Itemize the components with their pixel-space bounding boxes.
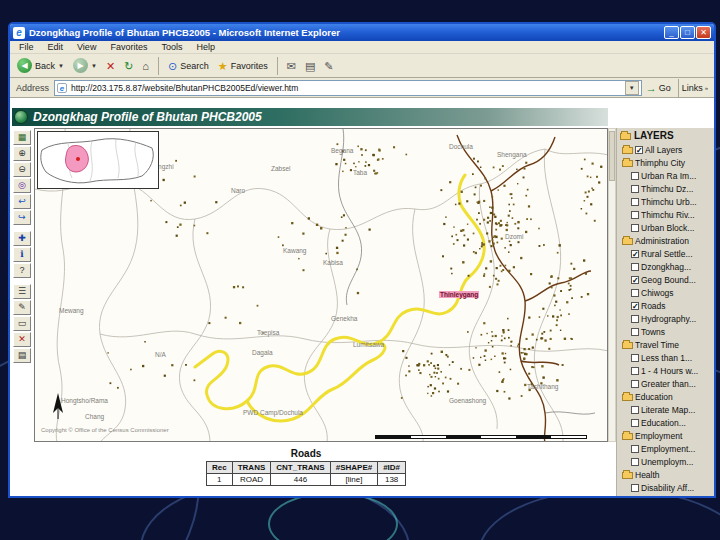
menu-file[interactable]: File xyxy=(12,42,41,52)
mail-button[interactable]: ✉ xyxy=(284,59,299,73)
edit-button[interactable]: ✎ xyxy=(321,59,336,73)
map-label-dochula: Dochula xyxy=(449,143,473,150)
home-button[interactable]: ⌂ xyxy=(139,59,152,73)
layer-checkbox-rural-settle[interactable]: ✓ xyxy=(631,250,639,258)
links-menu[interactable]: Links » xyxy=(682,83,708,93)
layer-item-unemploym[interactable]: Unemploym... xyxy=(620,455,714,468)
layer-checkbox-greater-than[interactable] xyxy=(631,380,639,388)
layer-folder-health[interactable]: Health xyxy=(620,468,714,481)
identify-button[interactable]: ℹ xyxy=(13,247,31,262)
layer-folder-administration[interactable]: Administration xyxy=(620,234,714,247)
layer-item-urban-block[interactable]: Urban Block... xyxy=(620,221,714,234)
legend-button[interactable]: ☰ xyxy=(13,284,31,299)
layer-folder-travel-time[interactable]: Travel Time xyxy=(620,338,714,351)
layer-checkbox-hydrography[interactable] xyxy=(631,315,639,323)
map-scrollbar[interactable] xyxy=(608,128,616,442)
layer-item-thimchu-riv[interactable]: Thimchu Riv... xyxy=(620,208,714,221)
layer-item-less-than-1[interactable]: Less than 1... xyxy=(620,351,714,364)
layer-label: Urban Ra Im... xyxy=(641,171,696,181)
go-button[interactable]: → Go xyxy=(646,82,671,94)
layer-checkbox-unemploym[interactable] xyxy=(631,458,639,466)
overview-map[interactable] xyxy=(37,131,159,189)
menu-tools[interactable]: Tools xyxy=(154,42,189,52)
pan-button[interactable]: ✚ xyxy=(13,231,31,246)
menu-edit[interactable]: Edit xyxy=(41,42,71,52)
layer-item-roads[interactable]: ✓Roads xyxy=(620,299,714,312)
layer-checkbox-urban-ra-im[interactable] xyxy=(631,172,639,180)
back-extent-button[interactable]: ↩ xyxy=(13,194,31,209)
zoom-in-button[interactable]: ⊕ xyxy=(13,146,31,161)
print-button[interactable]: ▤ xyxy=(13,348,31,363)
overview-map-button[interactable]: ▦ xyxy=(13,130,31,145)
minimize-button[interactable]: _ xyxy=(664,26,679,39)
layer-checkbox-geog-bound[interactable]: ✓ xyxy=(631,276,639,284)
back-button[interactable]: ◀ Back ▼ xyxy=(14,57,67,74)
zoom-out-button[interactable]: ⊖ xyxy=(13,162,31,177)
layers-header: LAYERS xyxy=(620,130,714,141)
address-input[interactable]: e http://203.175.8.87/website/BhutanPHCB… xyxy=(54,80,642,96)
address-dropdown-icon[interactable]: ▼ xyxy=(625,81,639,95)
table-row[interactable]: 1ROAD446[line]138 xyxy=(207,474,406,486)
layer-checkbox-disability-aff[interactable] xyxy=(631,484,639,492)
scale-bar xyxy=(375,435,587,439)
layer-checkbox-thimchu-urb[interactable] xyxy=(631,198,639,206)
layer-item-education[interactable]: Education... xyxy=(620,416,714,429)
layer-label: Less than 1... xyxy=(641,353,692,363)
favorites-button[interactable]: ★ Favorites xyxy=(215,59,271,73)
layer-checkbox-literate-map[interactable] xyxy=(631,406,639,414)
layer-label: Disability Aff... xyxy=(641,483,694,493)
layer-folder-education[interactable]: Education xyxy=(620,390,714,403)
layer-checkbox-less-than-1[interactable] xyxy=(631,354,639,362)
menu-view[interactable]: View xyxy=(70,42,103,52)
menu-help[interactable]: Help xyxy=(189,42,222,52)
layer-item-employment[interactable]: Employment... xyxy=(620,442,714,455)
maximize-button[interactable]: □ xyxy=(680,26,695,39)
layer-checkbox-urban-block[interactable] xyxy=(631,224,639,232)
layer-checkbox-towns[interactable] xyxy=(631,328,639,336)
search-button[interactable]: ⊙ Search xyxy=(165,59,212,73)
layer-folder-all-layers[interactable]: ✓All Layers xyxy=(620,143,714,156)
layer-checkbox-all-layers[interactable]: ✓ xyxy=(635,146,643,154)
layer-item-dzongkhag[interactable]: Dzongkhag... xyxy=(620,260,714,273)
layer-item-towns[interactable]: Towns xyxy=(620,325,714,338)
layer-item-geog-bound[interactable]: ✓Geog Bound... xyxy=(620,273,714,286)
select-box-button[interactable]: ▭ xyxy=(13,316,31,331)
layer-item-literate-map[interactable]: Literate Map... xyxy=(620,403,714,416)
layer-item-disability-aff[interactable]: Disability Aff... xyxy=(620,481,714,494)
forward-extent-button[interactable]: ↪ xyxy=(13,210,31,225)
query-button[interactable]: ? xyxy=(13,263,31,278)
layer-item-thimchu-urb[interactable]: Thimchu Urb... xyxy=(620,195,714,208)
layer-item-urban-ra-im[interactable]: Urban Ra Im... xyxy=(620,169,714,182)
layer-checkbox-dzongkhag[interactable] xyxy=(631,263,639,271)
layer-item-greater-than[interactable]: Greater than... xyxy=(620,377,714,390)
layer-item-1-4-hours-w[interactable]: 1 - 4 Hours w... xyxy=(620,364,714,377)
layer-item-thimchu-dz[interactable]: Thimchu Dz... xyxy=(620,182,714,195)
layer-folder-employment[interactable]: Employment xyxy=(620,429,714,442)
print-button[interactable]: ▤ xyxy=(302,59,318,73)
title-bar[interactable]: e Dzongkhag Profile of Bhutan PHCB2005 -… xyxy=(10,24,714,41)
refresh-button[interactable]: ↻ xyxy=(121,59,136,73)
layer-item-disability-af[interactable]: Disability Af... xyxy=(620,494,714,496)
forward-button[interactable]: ▶ ▼ xyxy=(70,57,100,74)
map-view[interactable]: LingzhiSoeNaroZabselBeganaTabaDochulaShe… xyxy=(34,128,608,442)
layer-checkbox-roads[interactable]: ✓ xyxy=(631,302,639,310)
measure-button[interactable]: ✎ xyxy=(13,300,31,315)
layer-item-chiwogs[interactable]: Chiwogs xyxy=(620,286,714,299)
scrollbar-thumb[interactable] xyxy=(609,131,615,181)
browser-toolbar: ◀ Back ▼ ▶ ▼ ✕ ↻ ⌂ ⊙ Search ★ Favorites … xyxy=(10,54,714,78)
layer-item-hydrography[interactable]: Hydrography... xyxy=(620,312,714,325)
clear-selection-button[interactable]: ✕ xyxy=(13,332,31,347)
layer-checkbox-1-4-hours-w[interactable] xyxy=(631,367,639,375)
menu-favorites[interactable]: Favorites xyxy=(103,42,154,52)
layer-checkbox-employment[interactable] xyxy=(631,445,639,453)
layer-checkbox-chiwogs[interactable] xyxy=(631,289,639,297)
layer-checkbox-education[interactable] xyxy=(631,419,639,427)
layer-folder-thimphu-city[interactable]: Thimphu City xyxy=(620,156,714,169)
layer-item-rural-settle[interactable]: ✓Rural Settle... xyxy=(620,247,714,260)
layer-checkbox-thimchu-dz[interactable] xyxy=(631,185,639,193)
stop-button[interactable]: ✕ xyxy=(103,59,118,73)
close-button[interactable]: ✕ xyxy=(696,26,711,39)
layer-checkbox-thimchu-riv[interactable] xyxy=(631,211,639,219)
folder-icon xyxy=(622,160,633,167)
zoom-full-extent-button[interactable]: ◎ xyxy=(13,178,31,193)
